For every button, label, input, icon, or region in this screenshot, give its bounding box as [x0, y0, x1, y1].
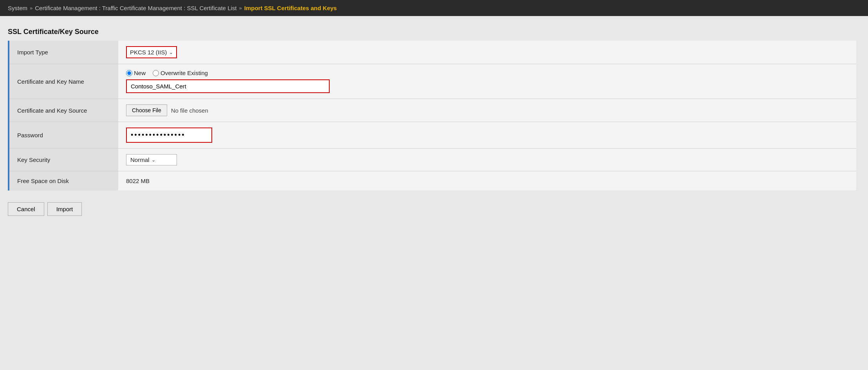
radio-new-label[interactable]: New: [126, 70, 146, 76]
table-row-cert-name: Certificate and Key Name New Overwrite E…: [9, 64, 856, 99]
label-import-type: Import Type: [9, 41, 118, 64]
breadcrumb-sep1: »: [30, 5, 32, 11]
free-space-text: 8022 MB: [126, 178, 150, 184]
breadcrumb-middle: Certificate Management : Traffic Certifi…: [35, 5, 236, 11]
label-cert-source: Certificate and Key Source: [9, 99, 118, 122]
key-security-value: Normal: [130, 156, 149, 163]
breadcrumb-sep2: »: [239, 5, 242, 11]
key-security-dropdown[interactable]: Normal ⌄: [126, 154, 177, 165]
table-row-password: Password: [9, 122, 856, 149]
radio-new[interactable]: [126, 70, 132, 76]
breadcrumb-bar: System » Certificate Management : Traffi…: [0, 0, 868, 16]
value-free-space: 8022 MB: [118, 171, 856, 191]
value-cert-name: New Overwrite Existing Contoso_SAML_Cert: [118, 64, 856, 99]
choose-file-button[interactable]: Choose File: [126, 104, 167, 116]
radio-new-text: New: [134, 70, 146, 76]
radio-overwrite-text: Overwrite Existing: [161, 70, 208, 76]
label-key-security: Key Security: [9, 149, 118, 171]
import-button[interactable]: Import: [47, 202, 82, 216]
breadcrumb-current: Import SSL Certificates and Keys: [244, 5, 337, 11]
value-import-type: PKCS 12 (IIS) ⌄: [118, 41, 856, 64]
table-row-cert-source: Certificate and Key Source Choose File N…: [9, 99, 856, 122]
no-file-text: No file chosen: [171, 107, 208, 114]
form-table: Import Type PKCS 12 (IIS) ⌄ Certificate …: [8, 41, 856, 190]
value-cert-source: Choose File No file chosen: [118, 99, 856, 122]
radio-row: New Overwrite Existing: [126, 70, 848, 76]
import-type-value: PKCS 12 (IIS): [130, 49, 167, 56]
label-password: Password: [9, 122, 118, 149]
table-row-key-security: Key Security Normal ⌄: [9, 149, 856, 171]
chevron-down-icon: ⌄: [169, 50, 173, 55]
cancel-button[interactable]: Cancel: [8, 202, 44, 216]
table-row-free-space: Free Space on Disk 8022 MB: [9, 171, 856, 191]
cert-name-input[interactable]: Contoso_SAML_Cert: [126, 79, 330, 93]
section-title: SSL Certificate/Key Source: [8, 28, 856, 36]
label-free-space: Free Space on Disk: [9, 171, 118, 191]
file-chooser-area: Choose File No file chosen: [126, 104, 848, 116]
import-type-dropdown[interactable]: PKCS 12 (IIS) ⌄: [126, 46, 177, 58]
button-row: Cancel Import: [8, 198, 856, 220]
label-cert-name: Certificate and Key Name: [9, 64, 118, 99]
password-input[interactable]: [126, 128, 212, 143]
chevron-down-icon-security: ⌄: [152, 157, 155, 163]
breadcrumb-system: System: [8, 5, 27, 11]
radio-overwrite[interactable]: [153, 70, 159, 76]
table-row-import-type: Import Type PKCS 12 (IIS) ⌄: [9, 41, 856, 64]
value-key-security: Normal ⌄: [118, 149, 856, 171]
main-content: SSL Certificate/Key Source Import Type P…: [0, 16, 868, 232]
value-password: [118, 122, 856, 149]
radio-overwrite-label[interactable]: Overwrite Existing: [153, 70, 208, 76]
